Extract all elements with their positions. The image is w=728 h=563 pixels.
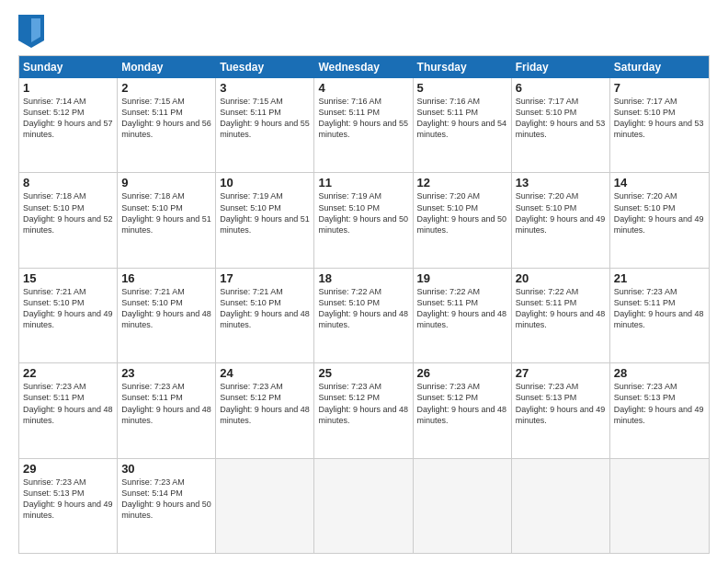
day-info: Sunrise: 7:23 AMSunset: 5:12 PMDaylight:… xyxy=(318,381,408,426)
day-number: 16 xyxy=(121,271,211,285)
cal-cell: 4Sunrise: 7:16 AMSunset: 5:11 PMDaylight… xyxy=(314,78,413,172)
day-info: Sunrise: 7:22 AMSunset: 5:11 PMDaylight:… xyxy=(516,286,606,331)
day-info: Sunrise: 7:23 AMSunset: 5:12 PMDaylight:… xyxy=(220,381,310,426)
day-number: 11 xyxy=(318,176,408,190)
cal-row-4: 22Sunrise: 7:23 AMSunset: 5:11 PMDayligh… xyxy=(19,362,709,457)
day-number: 13 xyxy=(516,176,606,190)
cal-cell xyxy=(314,459,413,553)
cal-cell: 14Sunrise: 7:20 AMSunset: 5:10 PMDayligh… xyxy=(610,173,709,267)
cal-cell: 26Sunrise: 7:23 AMSunset: 5:12 PMDayligh… xyxy=(414,363,512,457)
day-number: 24 xyxy=(220,366,310,380)
day-number: 30 xyxy=(121,462,211,476)
day-number: 9 xyxy=(121,176,211,190)
day-info: Sunrise: 7:20 AMSunset: 5:10 PMDaylight:… xyxy=(417,190,507,236)
day-info: Sunrise: 7:22 AMSunset: 5:11 PMDaylight:… xyxy=(417,286,507,331)
cal-cell: 15Sunrise: 7:21 AMSunset: 5:10 PMDayligh… xyxy=(19,269,118,362)
cal-cell: 2Sunrise: 7:15 AMSunset: 5:11 PMDaylight… xyxy=(118,78,216,172)
cal-cell: 9Sunrise: 7:18 AMSunset: 5:10 PMDaylight… xyxy=(118,173,216,267)
day-info: Sunrise: 7:14 AMSunset: 5:12 PMDaylight:… xyxy=(23,96,113,141)
day-info: Sunrise: 7:18 AMSunset: 5:10 PMDaylight:… xyxy=(23,190,113,236)
header-day-monday: Monday xyxy=(118,56,216,78)
cal-cell: 25Sunrise: 7:23 AMSunset: 5:12 PMDayligh… xyxy=(314,363,413,457)
day-info: Sunrise: 7:15 AMSunset: 5:11 PMDaylight:… xyxy=(220,96,310,141)
cal-cell: 11Sunrise: 7:19 AMSunset: 5:10 PMDayligh… xyxy=(314,173,413,267)
cal-cell: 10Sunrise: 7:19 AMSunset: 5:10 PMDayligh… xyxy=(216,173,314,267)
cal-cell: 1Sunrise: 7:14 AMSunset: 5:12 PMDaylight… xyxy=(19,78,118,172)
cal-cell: 24Sunrise: 7:23 AMSunset: 5:12 PMDayligh… xyxy=(216,363,314,457)
header-day-wednesday: Wednesday xyxy=(314,56,413,78)
cal-cell: 13Sunrise: 7:20 AMSunset: 5:10 PMDayligh… xyxy=(512,173,610,267)
cal-cell xyxy=(414,459,512,553)
day-info: Sunrise: 7:21 AMSunset: 5:10 PMDaylight:… xyxy=(220,286,310,331)
day-info: Sunrise: 7:21 AMSunset: 5:10 PMDaylight:… xyxy=(23,286,113,331)
cal-cell: 12Sunrise: 7:20 AMSunset: 5:10 PMDayligh… xyxy=(414,173,512,267)
day-number: 20 xyxy=(516,271,606,285)
day-info: Sunrise: 7:23 AMSunset: 5:13 PMDaylight:… xyxy=(516,381,606,426)
day-number: 19 xyxy=(417,271,507,285)
day-info: Sunrise: 7:20 AMSunset: 5:10 PMDaylight:… xyxy=(516,190,606,236)
day-number: 2 xyxy=(121,81,211,95)
day-info: Sunrise: 7:19 AMSunset: 5:10 PMDaylight:… xyxy=(220,190,310,236)
day-info: Sunrise: 7:23 AMSunset: 5:13 PMDaylight:… xyxy=(614,381,705,426)
day-number: 26 xyxy=(417,366,507,380)
day-info: Sunrise: 7:23 AMSunset: 5:11 PMDaylight:… xyxy=(121,381,211,426)
day-number: 6 xyxy=(516,81,606,95)
day-number: 5 xyxy=(417,81,507,95)
day-number: 28 xyxy=(614,366,705,380)
day-number: 21 xyxy=(614,271,705,285)
day-number: 23 xyxy=(121,366,211,380)
cal-row-3: 15Sunrise: 7:21 AMSunset: 5:10 PMDayligh… xyxy=(19,268,709,362)
header-day-friday: Friday xyxy=(512,56,610,78)
day-info: Sunrise: 7:17 AMSunset: 5:10 PMDaylight:… xyxy=(614,96,705,141)
day-number: 18 xyxy=(318,271,408,285)
day-number: 14 xyxy=(614,176,705,190)
day-number: 1 xyxy=(23,81,113,95)
cal-row-2: 8Sunrise: 7:18 AMSunset: 5:10 PMDaylight… xyxy=(19,172,709,267)
header xyxy=(18,15,710,48)
header-day-tuesday: Tuesday xyxy=(216,56,314,78)
day-number: 27 xyxy=(516,366,606,380)
day-number: 8 xyxy=(23,176,113,190)
page: SundayMondayTuesdayWednesdayThursdayFrid… xyxy=(0,0,728,563)
day-info: Sunrise: 7:20 AMSunset: 5:10 PMDaylight:… xyxy=(614,190,705,236)
header-day-sunday: Sunday xyxy=(19,56,118,78)
cal-cell: 19Sunrise: 7:22 AMSunset: 5:11 PMDayligh… xyxy=(414,269,512,362)
cal-cell: 16Sunrise: 7:21 AMSunset: 5:10 PMDayligh… xyxy=(118,269,216,362)
day-number: 3 xyxy=(220,81,310,95)
day-number: 12 xyxy=(417,176,507,190)
day-info: Sunrise: 7:23 AMSunset: 5:11 PMDaylight:… xyxy=(23,381,113,426)
day-info: Sunrise: 7:15 AMSunset: 5:11 PMDaylight:… xyxy=(121,96,211,141)
day-info: Sunrise: 7:23 AMSunset: 5:14 PMDaylight:… xyxy=(121,477,211,522)
cal-cell: 7Sunrise: 7:17 AMSunset: 5:10 PMDaylight… xyxy=(610,78,709,172)
cal-cell: 27Sunrise: 7:23 AMSunset: 5:13 PMDayligh… xyxy=(512,363,610,457)
day-number: 29 xyxy=(23,462,113,476)
cal-cell: 21Sunrise: 7:23 AMSunset: 5:11 PMDayligh… xyxy=(610,269,709,362)
cal-cell: 30Sunrise: 7:23 AMSunset: 5:14 PMDayligh… xyxy=(118,459,216,553)
day-number: 17 xyxy=(220,271,310,285)
cal-cell xyxy=(512,459,610,553)
cal-cell xyxy=(216,459,314,553)
cal-cell: 6Sunrise: 7:17 AMSunset: 5:10 PMDaylight… xyxy=(512,78,610,172)
day-info: Sunrise: 7:16 AMSunset: 5:11 PMDaylight:… xyxy=(318,96,408,141)
day-info: Sunrise: 7:16 AMSunset: 5:11 PMDaylight:… xyxy=(417,96,507,141)
day-info: Sunrise: 7:23 AMSunset: 5:12 PMDaylight:… xyxy=(417,381,507,426)
day-info: Sunrise: 7:23 AMSunset: 5:11 PMDaylight:… xyxy=(614,286,705,331)
cal-cell: 28Sunrise: 7:23 AMSunset: 5:13 PMDayligh… xyxy=(610,363,709,457)
cal-cell: 29Sunrise: 7:23 AMSunset: 5:13 PMDayligh… xyxy=(19,459,118,553)
day-info: Sunrise: 7:18 AMSunset: 5:10 PMDaylight:… xyxy=(121,190,211,236)
header-day-thursday: Thursday xyxy=(414,56,512,78)
day-number: 7 xyxy=(614,81,705,95)
day-number: 25 xyxy=(318,366,408,380)
cal-row-5: 29Sunrise: 7:23 AMSunset: 5:13 PMDayligh… xyxy=(19,458,709,553)
day-info: Sunrise: 7:19 AMSunset: 5:10 PMDaylight:… xyxy=(318,190,408,236)
day-number: 22 xyxy=(23,366,113,380)
cal-cell xyxy=(610,459,709,553)
logo xyxy=(18,15,48,48)
cal-cell: 3Sunrise: 7:15 AMSunset: 5:11 PMDaylight… xyxy=(216,78,314,172)
calendar: SundayMondayTuesdayWednesdayThursdayFrid… xyxy=(18,55,710,554)
day-number: 4 xyxy=(318,81,408,95)
calendar-header: SundayMondayTuesdayWednesdayThursdayFrid… xyxy=(19,56,709,78)
logo-icon xyxy=(18,15,44,48)
day-info: Sunrise: 7:17 AMSunset: 5:10 PMDaylight:… xyxy=(516,96,606,141)
cal-cell: 18Sunrise: 7:22 AMSunset: 5:10 PMDayligh… xyxy=(314,269,413,362)
